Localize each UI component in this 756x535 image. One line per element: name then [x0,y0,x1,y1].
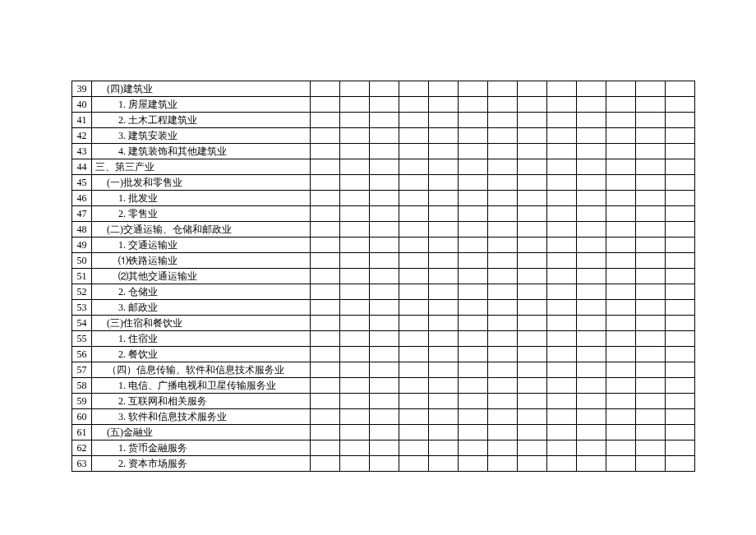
data-cell [459,409,488,425]
data-cell [488,206,518,222]
table-row: 423. 建筑安装业 [72,128,695,144]
data-cell [429,97,459,113]
industry-table-body: 39(四)建筑业401. 房屋建筑业412. 土木工程建筑业423. 建筑安装业… [72,81,695,472]
data-cell [547,378,577,394]
data-cell [577,378,606,394]
data-cell [488,238,518,253]
data-cell [488,456,518,472]
data-cell [370,175,399,191]
data-cell [311,331,340,347]
data-cell [429,347,459,362]
data-cell [636,206,666,222]
data-cell [547,269,577,284]
data-cell [547,347,577,362]
data-cell [636,81,666,97]
data-cell [518,191,547,206]
data-cell [518,425,547,440]
data-cell [370,238,399,253]
data-cell [518,347,547,362]
data-cell [311,394,340,409]
data-cell [547,300,577,316]
data-cell [459,191,488,206]
data-cell [340,206,370,222]
data-cell [606,331,636,347]
data-cell [459,206,488,222]
data-cell [311,253,340,269]
row-number: 63 [72,456,92,472]
data-cell [429,316,459,331]
data-cell [518,394,547,409]
data-cell [547,81,577,97]
data-cell [636,456,666,472]
data-cell [429,409,459,425]
data-cell [488,378,518,394]
data-cell [429,300,459,316]
data-cell [636,347,666,362]
data-cell [429,284,459,300]
document-page: 39(四)建筑业401. 房屋建筑业412. 土木工程建筑业423. 建筑安装业… [0,0,756,535]
row-number: 46 [72,191,92,206]
data-cell [488,253,518,269]
data-cell [666,316,695,331]
data-cell [666,206,695,222]
row-label: 1. 房屋建筑业 [92,97,311,113]
data-cell [488,316,518,331]
data-cell [340,331,370,347]
data-cell [311,113,340,128]
data-cell [666,81,695,97]
data-cell [518,238,547,253]
row-number: 51 [72,269,92,284]
data-cell [666,284,695,300]
data-cell [340,238,370,253]
data-cell [459,378,488,394]
table-row: 54(三)住宿和餐饮业 [72,316,695,331]
data-cell [518,97,547,113]
data-cell [340,144,370,159]
data-cell [666,128,695,144]
row-label: 1. 交通运输业 [92,238,311,253]
data-cell [488,191,518,206]
data-cell [666,159,695,175]
data-cell [518,175,547,191]
row-label: (五)金融业 [92,425,311,440]
data-cell [399,409,429,425]
row-label: 2. 零售业 [92,206,311,222]
data-cell [666,97,695,113]
data-cell [547,394,577,409]
data-cell [370,253,399,269]
data-cell [370,456,399,472]
data-cell [606,316,636,331]
data-cell [399,425,429,440]
data-cell [429,128,459,144]
data-cell [518,316,547,331]
data-cell [311,300,340,316]
data-cell [547,331,577,347]
data-cell [606,175,636,191]
data-cell [636,440,666,456]
table-row: 632. 资本市场服务 [72,456,695,472]
data-cell [370,144,399,159]
data-cell [311,238,340,253]
data-cell [606,128,636,144]
row-number: 54 [72,316,92,331]
data-cell [606,378,636,394]
data-cell [399,191,429,206]
data-cell [547,456,577,472]
data-cell [399,222,429,238]
data-cell [340,456,370,472]
table-row: 551. 住宿业 [72,331,695,347]
data-cell [370,191,399,206]
data-cell [666,175,695,191]
data-cell [370,347,399,362]
data-cell [459,175,488,191]
data-cell [429,81,459,97]
row-number: 42 [72,128,92,144]
row-number: 50 [72,253,92,269]
data-cell [518,206,547,222]
data-cell [459,300,488,316]
data-cell [547,175,577,191]
data-cell [547,97,577,113]
data-cell [459,347,488,362]
data-cell [636,175,666,191]
data-cell [488,97,518,113]
